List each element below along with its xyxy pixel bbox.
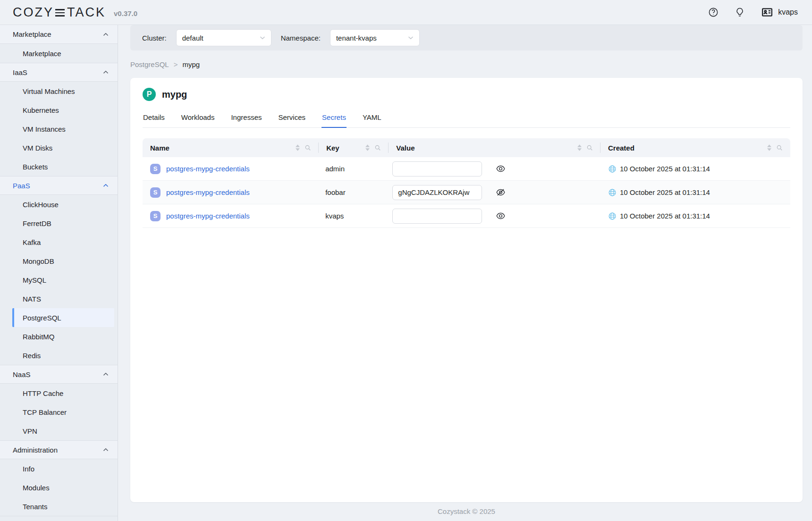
sidebar-section-administration[interactable]: Administration xyxy=(0,440,118,459)
tab-details[interactable]: Details xyxy=(143,113,165,127)
tab-yaml[interactable]: YAML xyxy=(362,113,382,127)
page-title: mypg xyxy=(162,89,187,100)
sidebar-item-label: VM Disks xyxy=(23,144,52,152)
caret-up-icon xyxy=(365,144,370,147)
created-timestamp: 10 October 2025 at 01:31:14 xyxy=(620,165,710,173)
column-header-key: Key xyxy=(319,138,389,157)
sidebar-item-rabbitmq[interactable]: RabbitMQ xyxy=(0,327,118,346)
sidebar-item-ferretdb[interactable]: FerretDB xyxy=(0,214,118,233)
secret-icon: S xyxy=(150,211,161,221)
tab-label: Ingresses xyxy=(231,113,262,121)
sidebar-section-naas[interactable]: NaaS xyxy=(0,365,118,384)
sidebar-item-vm-disks[interactable]: VM Disks xyxy=(0,138,118,157)
secret-value-input[interactable] xyxy=(392,209,482,224)
sort-toggle[interactable] xyxy=(767,144,771,151)
sidebar-item-label: MongoDB xyxy=(23,257,54,265)
globe-icon xyxy=(608,188,617,197)
secret-name-link[interactable]: postgres-mypg-credentials xyxy=(166,188,250,196)
sidebar-item-modules[interactable]: Modules xyxy=(0,478,118,497)
sidebar-item-mysql[interactable]: MySQL xyxy=(0,270,118,289)
sidebar-item-vpn[interactable]: VPN xyxy=(0,421,118,440)
column-search-button[interactable] xyxy=(776,144,783,151)
namespace-label: Namespace: xyxy=(281,34,321,42)
sidebar-section-items: Virtual Machines Kubernetes VM Instances… xyxy=(0,82,118,176)
column-search-button[interactable] xyxy=(304,144,311,151)
sidebar-item-clickhouse[interactable]: ClickHouse xyxy=(0,195,118,214)
breadcrumb-parent-link[interactable]: PostgreSQL xyxy=(130,60,169,68)
sidebar-section-marketplace[interactable]: Marketplace xyxy=(0,25,118,44)
sidebar-item-nats[interactable]: NATS xyxy=(0,289,118,308)
globe-icon xyxy=(608,165,617,173)
sidebar-section-items: Info Modules Tenants xyxy=(0,459,118,516)
column-search-button[interactable] xyxy=(586,144,593,151)
sidebar-item-tenants[interactable]: Tenants xyxy=(0,497,118,516)
sidebar-item-kafka[interactable]: Kafka xyxy=(0,233,118,252)
caret-up-icon xyxy=(767,144,771,147)
sidebar-item-label: RabbitMQ xyxy=(23,333,55,341)
postgres-badge-icon: P xyxy=(143,88,156,101)
namespace-select[interactable]: tenant-kvaps xyxy=(330,29,420,46)
column-search-button[interactable] xyxy=(374,144,381,151)
sidebar-item-virtual-machines[interactable]: Virtual Machines xyxy=(0,82,118,101)
sidebar-section-label: Administration xyxy=(13,446,58,454)
tab-label: Details xyxy=(143,113,165,121)
cluster-select[interactable]: default xyxy=(176,29,271,46)
caret-down-icon xyxy=(296,148,300,151)
sidebar-item-label: Virtual Machines xyxy=(23,87,75,95)
column-header-created: Created xyxy=(601,138,790,157)
column-header-label: Name xyxy=(150,144,169,152)
eye-icon xyxy=(496,211,506,221)
sort-toggle[interactable] xyxy=(365,144,370,151)
theme-toggle-button[interactable] xyxy=(735,7,745,17)
sidebar-item-tcp-balancer[interactable]: TCP Balancer xyxy=(0,403,118,421)
secret-value-input[interactable] xyxy=(392,185,482,200)
secret-name-link[interactable]: postgres-mypg-credentials xyxy=(166,165,250,173)
breadcrumb-current: mypg xyxy=(182,60,200,68)
sidebar-item-postgresql[interactable]: PostgreSQL xyxy=(12,308,114,327)
sidebar-section-label: NaaS xyxy=(13,370,31,378)
sidebar-section: Marketplace Marketplace xyxy=(0,25,118,63)
logo-text-prefix: COZY xyxy=(13,5,54,20)
sidebar-item-label: TCP Balancer xyxy=(23,408,67,416)
eye-icon xyxy=(496,164,506,174)
chevron-up-icon xyxy=(103,33,109,36)
chevron-up-icon xyxy=(103,448,109,452)
tab-secrets[interactable]: Secrets xyxy=(321,113,347,127)
search-icon xyxy=(586,144,593,151)
tab-workloads[interactable]: Workloads xyxy=(181,113,215,127)
sidebar-item-mongodb[interactable]: MongoDB xyxy=(0,252,118,270)
sort-toggle[interactable] xyxy=(577,144,582,151)
sidebar-item-redis[interactable]: Redis xyxy=(0,346,118,365)
sidebar-item-label: ClickHouse xyxy=(23,201,59,209)
sidebar-item-kubernetes[interactable]: Kubernetes xyxy=(0,101,118,119)
column-header-value: Value xyxy=(389,138,601,157)
lightbulb-icon xyxy=(735,7,745,17)
sidebar-item-buckets[interactable]: Buckets xyxy=(0,157,118,176)
created-timestamp: 10 October 2025 at 01:31:14 xyxy=(620,188,710,196)
value-visibility-toggle[interactable] xyxy=(496,164,506,174)
value-visibility-toggle[interactable] xyxy=(496,211,506,221)
help-button[interactable] xyxy=(708,7,719,17)
secret-name-link[interactable]: postgres-mypg-credentials xyxy=(166,212,250,220)
table-row: S postgres-mypg-credentials admin xyxy=(143,157,790,181)
sort-toggle[interactable] xyxy=(296,144,300,151)
sidebar-section-iaas[interactable]: IaaS xyxy=(0,63,118,82)
value-visibility-toggle[interactable] xyxy=(496,187,506,197)
sidebar-item-info[interactable]: Info xyxy=(0,459,118,478)
sidebar-item-label: PostgreSQL xyxy=(23,314,61,322)
secret-value-input[interactable] xyxy=(392,161,482,176)
sidebar-item-label: Redis xyxy=(23,352,41,360)
column-header-name: Name xyxy=(143,138,319,157)
user-menu[interactable]: kvaps xyxy=(761,6,798,18)
sidebar-section-paas[interactable]: PaaS xyxy=(0,176,118,195)
app-logo[interactable]: COZY TACK xyxy=(13,5,106,20)
tab-ingresses[interactable]: Ingresses xyxy=(230,113,262,127)
sidebar-item-vm-instances[interactable]: VM Instances xyxy=(0,119,118,138)
tabs: Details Workloads Ingresses Services Sec… xyxy=(143,113,790,128)
tab-services[interactable]: Services xyxy=(278,113,306,127)
sidebar-item-marketplace[interactable]: Marketplace xyxy=(0,44,118,63)
idcard-icon xyxy=(761,6,773,18)
sidebar-item-label: FerretDB xyxy=(23,219,51,227)
context-toolbar: Cluster: default Namespace: tenant-kvaps xyxy=(130,25,803,50)
sidebar-item-http-cache[interactable]: HTTP Cache xyxy=(0,384,118,403)
